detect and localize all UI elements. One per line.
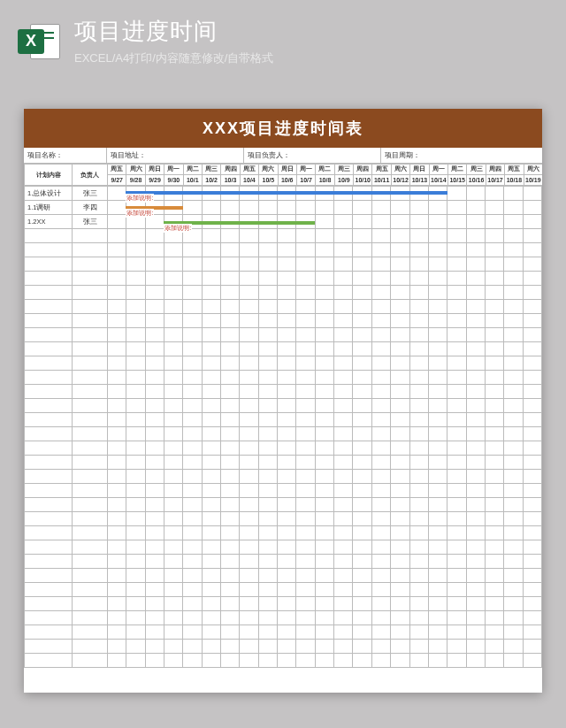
task-owner-cell <box>73 625 108 640</box>
grid-cell <box>126 512 145 526</box>
grid-cell <box>371 187 390 201</box>
grid-cell <box>409 540 428 555</box>
grid-cell <box>145 257 164 272</box>
grid-cell <box>221 583 240 597</box>
grid-cell <box>183 342 202 356</box>
grid-cell <box>371 640 390 654</box>
grid-cell <box>409 526 428 540</box>
grid-cell <box>126 625 145 640</box>
table-row <box>25 498 542 512</box>
grid-cell <box>447 456 466 470</box>
grid-cell <box>371 257 390 272</box>
grid-cell <box>221 498 240 512</box>
task-owner-cell <box>73 583 108 597</box>
grid-cell <box>315 583 333 597</box>
grid-cell <box>296 441 315 456</box>
grid-cell <box>504 201 523 215</box>
grid-cell <box>240 625 258 640</box>
grid-cell <box>447 484 466 498</box>
grid-cell <box>447 399 466 413</box>
grid-cell <box>278 272 296 286</box>
grid-cell <box>523 512 541 526</box>
grid-cell <box>202 413 220 427</box>
grid-cell <box>258 201 277 215</box>
grid-cell <box>296 371 315 385</box>
grid-cell <box>126 611 145 625</box>
grid-cell <box>353 371 371 385</box>
grid-cell <box>466 328 485 342</box>
grid-cell <box>296 215 315 229</box>
grid-cell <box>315 654 333 668</box>
grid-cell <box>258 456 277 470</box>
grid-cell <box>485 257 503 272</box>
dow-15: 周六 <box>391 165 409 175</box>
grid-cell <box>447 640 466 654</box>
grid-cell <box>183 201 202 215</box>
grid-cell <box>409 654 428 668</box>
grid-cell <box>145 456 164 470</box>
grid-cell <box>258 243 277 257</box>
grid-cell <box>278 413 296 427</box>
task-owner-cell <box>73 328 108 342</box>
task-name-cell <box>25 300 73 314</box>
grid-cell <box>258 413 277 427</box>
table-row <box>25 540 542 555</box>
grid-cell <box>315 371 333 385</box>
grid-cell <box>183 470 202 484</box>
grid-cell <box>371 470 390 484</box>
grid-cell <box>108 540 126 555</box>
grid-cell <box>296 597 315 611</box>
grid-cell <box>126 215 145 229</box>
grid-cell <box>371 456 390 470</box>
grid-cell <box>523 625 541 640</box>
dow-17: 周一 <box>429 165 447 175</box>
grid-cell <box>278 399 296 413</box>
dow-11: 周二 <box>316 165 334 175</box>
grid-cell <box>371 484 390 498</box>
grid-cell <box>391 597 409 611</box>
grid-cell <box>504 243 523 257</box>
grid-cell <box>428 356 447 371</box>
grid-cell <box>485 456 503 470</box>
grid-cell <box>108 314 126 328</box>
grid-cell <box>126 272 145 286</box>
grid-cell <box>145 385 164 399</box>
grid-cell <box>278 611 296 625</box>
grid-cell <box>353 427 371 441</box>
grid-cell <box>221 215 240 229</box>
grid-cell <box>391 441 409 456</box>
grid-cell <box>409 300 428 314</box>
grid-cell <box>202 272 220 286</box>
grid-cell <box>466 611 485 625</box>
grid-cell <box>278 456 296 470</box>
task-owner-cell <box>73 540 108 555</box>
grid-cell <box>409 385 428 399</box>
grid-cell <box>371 540 390 555</box>
grid-cell <box>221 555 240 569</box>
grid-cell <box>296 399 315 413</box>
grid-cell <box>466 356 485 371</box>
grid-cell <box>164 229 183 243</box>
grid-cell <box>145 272 164 286</box>
grid-cell <box>466 640 485 654</box>
table-row <box>25 272 542 286</box>
grid-cell <box>466 498 485 512</box>
grid-cell <box>315 640 333 654</box>
grid-cell <box>108 356 126 371</box>
grid-cell <box>353 569 371 583</box>
grid-cell <box>240 328 258 342</box>
grid-cell <box>240 300 258 314</box>
grid-cell <box>108 583 126 597</box>
grid-cell <box>278 229 296 243</box>
table-row <box>25 257 542 272</box>
grid-cell <box>202 427 220 441</box>
grid-cell <box>296 385 315 399</box>
grid-cell <box>334 569 353 583</box>
grid-cell <box>278 257 296 272</box>
grid-cell <box>296 201 315 215</box>
grid-cell <box>240 456 258 470</box>
grid-cell <box>258 257 277 272</box>
grid-cell <box>523 385 541 399</box>
grid-cell <box>278 243 296 257</box>
task-name-cell <box>25 286 73 300</box>
